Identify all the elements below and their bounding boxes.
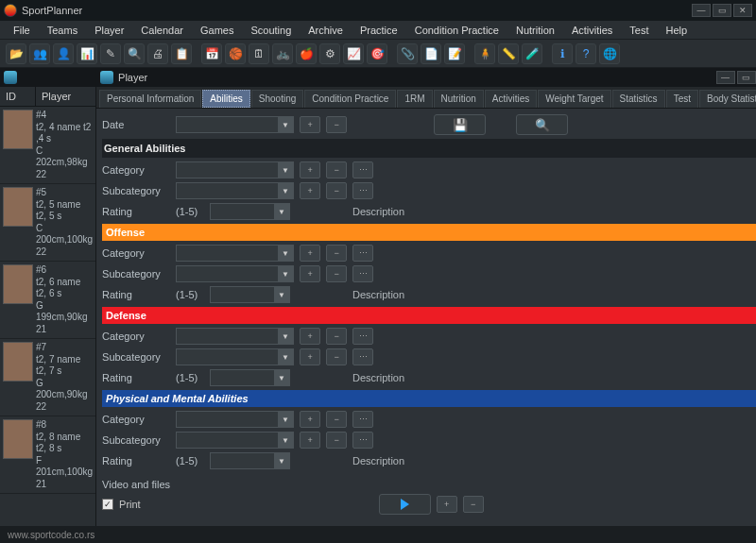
menu-player[interactable]: Player [87, 23, 131, 38]
globe-icon[interactable]: 🌐 [599, 43, 620, 64]
cond-icon[interactable]: 🚲 [272, 43, 293, 64]
person-icon[interactable]: 🧍 [474, 43, 495, 64]
tab-body-statistics[interactable]: Body Statistics [699, 90, 756, 108]
tab-weight-target[interactable]: Weight Target [538, 90, 610, 108]
menu-activities[interactable]: Activities [564, 23, 620, 38]
list-item[interactable]: #6t2, 6 name t2, 6 sG199cm,90kg21 [0, 262, 95, 339]
cat-more-button[interactable]: ⋯ [352, 245, 373, 262]
player-icon[interactable]: 👤 [53, 43, 74, 64]
sub-add-button[interactable]: + [300, 432, 320, 449]
team-icon[interactable]: 👥 [29, 43, 50, 64]
date-combo[interactable]: ▼ [176, 116, 294, 133]
clip-icon[interactable]: 📎 [397, 43, 418, 64]
tab-statistics[interactable]: Statistics [612, 90, 665, 108]
doc2-icon[interactable]: 📝 [444, 43, 465, 64]
save-button[interactable]: 💾 [434, 114, 486, 135]
cat-add-button[interactable]: + [300, 411, 320, 428]
sub-del-button[interactable]: − [326, 182, 347, 199]
list-icon[interactable]: 📋 [171, 43, 192, 64]
tab-test[interactable]: Test [666, 90, 698, 108]
list-item[interactable]: #7t2, 7 name t2, 7 sG200cm,90kg22 [0, 339, 95, 416]
panel-min-button[interactable]: — [716, 71, 735, 84]
category-combo[interactable]: ▼ [176, 245, 294, 262]
target-icon[interactable]: 🎯 [367, 43, 387, 64]
magnify-icon[interactable]: 🔍 [124, 43, 145, 64]
cat-add-button[interactable]: + [300, 161, 320, 178]
info-icon[interactable]: ℹ [552, 43, 573, 64]
sub-del-button[interactable]: − [326, 348, 347, 365]
sched-icon[interactable]: 🗓 [249, 43, 269, 64]
cat-del-button[interactable]: − [326, 245, 347, 262]
food-icon[interactable]: 🍎 [296, 43, 317, 64]
sub-del-button[interactable]: − [326, 432, 347, 449]
col-player[interactable]: Player [36, 87, 77, 106]
tab-shooting[interactable]: Shooting [251, 90, 303, 108]
menu-teams[interactable]: Teams [40, 23, 85, 38]
maximize-button[interactable]: ▭ [713, 4, 731, 17]
subcategory-combo[interactable]: ▼ [176, 265, 294, 282]
print-icon[interactable]: 🖨 [147, 43, 168, 64]
subcategory-combo[interactable]: ▼ [176, 182, 294, 199]
tab-abilities[interactable]: Abilities [202, 90, 249, 108]
rating-combo[interactable]: ▼ [210, 203, 290, 220]
list-item[interactable]: #5t2, 5 name t2, 5 sC200cm,100kg22 [0, 184, 95, 262]
cat-add-button[interactable]: + [300, 245, 320, 262]
chart-icon[interactable]: 📊 [77, 43, 97, 64]
minimize-button[interactable]: — [692, 4, 711, 17]
menu-help[interactable]: Help [659, 23, 696, 38]
game-icon[interactable]: 🏀 [225, 43, 246, 64]
rating-combo[interactable]: ▼ [210, 452, 290, 469]
menu-condition-practice[interactable]: Condition Practice [407, 23, 507, 38]
category-combo[interactable]: ▼ [176, 161, 294, 178]
rating-combo[interactable]: ▼ [210, 286, 290, 303]
col-id[interactable]: ID [0, 87, 36, 106]
cat-del-button[interactable]: − [326, 161, 347, 178]
menu-games[interactable]: Games [193, 23, 241, 38]
stats-icon[interactable]: 📈 [343, 43, 364, 64]
help-icon[interactable]: ? [576, 43, 596, 64]
sub-more-button[interactable]: ⋯ [352, 182, 373, 199]
open-icon[interactable]: 📂 [6, 43, 26, 64]
print-checkbox[interactable]: ✓ [102, 499, 113, 510]
menu-calendar[interactable]: Calendar [133, 23, 191, 38]
act-icon[interactable]: ⚙ [319, 43, 340, 64]
sub-del-button[interactable]: − [326, 265, 347, 282]
sub-more-button[interactable]: ⋯ [352, 348, 373, 365]
date-del-button[interactable]: − [326, 116, 347, 133]
cat-del-button[interactable]: − [326, 411, 347, 428]
category-combo[interactable]: ▼ [176, 328, 294, 345]
menu-scouting[interactable]: Scouting [243, 23, 299, 38]
footer-link[interactable]: www.sportcode.co.rs [8, 530, 94, 540]
sub-more-button[interactable]: ⋯ [352, 265, 373, 282]
panel-max-button[interactable]: ▭ [737, 71, 756, 84]
doc-icon[interactable]: 📄 [421, 43, 441, 64]
sub-add-button[interactable]: + [300, 265, 320, 282]
list-item[interactable]: #4t2, 4 name t2 ,4 sC202cm,98kg22 [0, 107, 95, 184]
sub-add-button[interactable]: + [300, 182, 320, 199]
menu-test[interactable]: Test [622, 23, 656, 38]
tab-1rm[interactable]: 1RM [397, 90, 432, 108]
cat-more-button[interactable]: ⋯ [352, 161, 373, 178]
measure-icon[interactable]: 📏 [498, 43, 519, 64]
subcategory-combo[interactable]: ▼ [176, 432, 294, 449]
menu-nutrition[interactable]: Nutrition [508, 23, 562, 38]
rating-combo[interactable]: ▼ [210, 369, 290, 386]
edit-icon[interactable]: ✎ [100, 43, 121, 64]
menu-practice[interactable]: Practice [352, 23, 405, 38]
date-add-button[interactable]: + [300, 116, 320, 133]
tab-personal-information[interactable]: Personal Information [99, 90, 201, 108]
tab-nutrition[interactable]: Nutrition [434, 90, 484, 108]
menu-file[interactable]: File [6, 23, 38, 38]
sub-add-button[interactable]: + [300, 348, 320, 365]
cat-more-button[interactable]: ⋯ [352, 411, 373, 428]
menu-archive[interactable]: Archive [301, 23, 351, 38]
video-del-button[interactable]: − [463, 496, 484, 513]
close-button[interactable]: ✕ [733, 4, 752, 17]
cat-add-button[interactable]: + [300, 328, 320, 345]
video-add-button[interactable]: + [437, 496, 457, 513]
tab-activities[interactable]: Activities [485, 90, 537, 108]
category-combo[interactable]: ▼ [176, 411, 294, 428]
cat-del-button[interactable]: − [326, 328, 347, 345]
calendar-icon[interactable]: 📅 [201, 43, 222, 64]
list-item[interactable]: #8t2, 8 name t2, 8 sF201cm,100kg21 [0, 416, 95, 494]
